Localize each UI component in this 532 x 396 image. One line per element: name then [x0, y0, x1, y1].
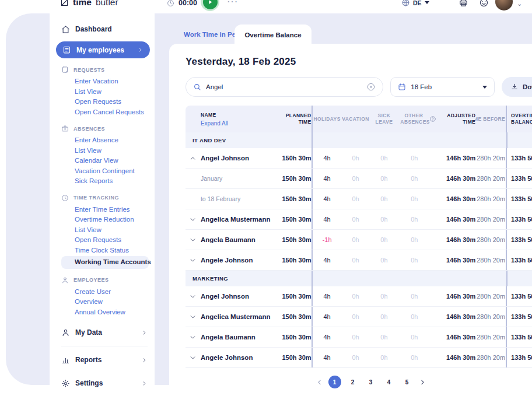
pagination-page-1[interactable]: 1: [328, 376, 341, 388]
overtime-balance-value: 133h 50m: [511, 354, 532, 361]
date-filter-select[interactable]: 18 Feb: [390, 77, 495, 97]
row-expander[interactable]: [186, 286, 201, 306]
employee-name: Angele Johnson: [201, 348, 273, 367]
time-before: 280h 20m: [475, 307, 506, 327]
group-label: MARKETING: [186, 271, 312, 286]
sidebar-link-enter-absence[interactable]: Enter Absence: [61, 135, 148, 146]
clear-search-icon[interactable]: [366, 82, 376, 92]
vacation-value: 0h: [352, 195, 359, 202]
vacation-value: 0h: [352, 293, 359, 300]
table-group-row: IT AND DEV: [186, 132, 532, 148]
feedback-smiley-icon[interactable]: [479, 0, 489, 8]
row-expander[interactable]: [186, 327, 201, 347]
sidebar-link-working-time-accounts[interactable]: Working Time Accounts: [61, 256, 149, 269]
row-expander[interactable]: [186, 209, 201, 229]
sick-leave: 0h: [369, 230, 398, 250]
table-row: Angelica Mustermann150h 30m4h0h0h0h146h …: [186, 307, 532, 327]
start-timer-button[interactable]: [201, 0, 219, 11]
adjusted-time-value: 146h 30m: [446, 155, 475, 162]
expand-all-link[interactable]: Expand All: [201, 120, 228, 127]
overtime-balance: 133h 50m: [507, 189, 532, 209]
help-icon[interactable]: [429, 115, 436, 122]
user-avatar[interactable]: [495, 0, 513, 10]
sidebar-link-enter-time-entries[interactable]: Enter Time Entries: [61, 205, 148, 215]
planned-time: 150h 30m: [273, 327, 312, 347]
sidebar-link-open-requests[interactable]: Open Requests: [61, 235, 148, 246]
employee-name: Angel Johnson: [201, 148, 273, 168]
holidays-value: 4h: [323, 313, 330, 320]
sidebar-link-open-cancel-requests[interactable]: Open Cancel Requests: [61, 107, 148, 118]
sidebar-link-overtime-reduction[interactable]: Overtime Reduction: [61, 215, 148, 225]
sidebar-section-absences: ABSENCES: [61, 125, 148, 132]
other-absences: 0h: [398, 169, 430, 188]
row-expander[interactable]: [186, 148, 201, 168]
sidebar-link-time-clock-status[interactable]: Time Clock Status: [61, 246, 148, 256]
search-field[interactable]: [186, 77, 383, 97]
overtime-balance-value: 133h 50m: [511, 155, 532, 162]
row-expander[interactable]: [186, 250, 201, 270]
planned-time-value: 150h 30m: [282, 155, 311, 162]
adjusted-time: 146h 30m: [430, 209, 475, 229]
time-before: 280h 20m: [475, 209, 506, 229]
sidebar-link-list-view[interactable]: List View: [61, 146, 148, 156]
search-input[interactable]: [206, 83, 362, 90]
pagination-next-icon[interactable]: [419, 379, 426, 386]
vacation-value: 0h: [352, 155, 359, 162]
sidebar-link-vacation-contingent[interactable]: Vacation Contingent: [61, 166, 148, 177]
sidebar-item-label: My Data: [75, 328, 136, 337]
chevron-right-icon: [137, 47, 144, 53]
caret-down-icon: [482, 86, 487, 89]
table-row: Angela Baumann150h 30m4h0h0h0h146h 30m28…: [186, 327, 532, 348]
row-expander[interactable]: [186, 348, 201, 367]
sidebar-link-list-view[interactable]: List View: [61, 87, 148, 97]
pagination-page-2[interactable]: 2: [346, 376, 359, 388]
sidebar-item-reports[interactable]: Reports: [61, 352, 148, 368]
sidebar-link-open-requests[interactable]: Open Requests: [61, 97, 148, 107]
sidebar-link-sick-reports[interactable]: Sick Reports: [61, 176, 148, 187]
sidebar-link-create-user[interactable]: Create User: [61, 287, 148, 297]
overtime-balance: 133h 50m: [507, 230, 532, 250]
pagination-page-4[interactable]: 4: [383, 376, 396, 388]
clock-icon: [61, 194, 69, 202]
sidebar-item-dashboard[interactable]: Dashboard: [61, 21, 148, 37]
vacation-value: 0h: [352, 236, 359, 243]
language-selector[interactable]: DE: [401, 0, 429, 7]
holidays-value: 4h: [323, 175, 330, 182]
sidebar-link-enter-vacation[interactable]: Enter Vacation: [61, 76, 148, 87]
date-filter-value: 18 Feb: [411, 83, 478, 90]
sick-leave-value: 0h: [380, 175, 387, 182]
sidebar-link-overview[interactable]: Overview: [61, 297, 148, 307]
sidebar-section-employees: EMPLOYEES: [61, 276, 148, 284]
subrow-label: to 18 February: [201, 189, 273, 209]
adjusted-time-value: 146h 30m: [446, 257, 475, 264]
sidebar: Dashboard My employees REQUESTSEnter Vac…: [50, 0, 155, 396]
sick-leave: 0h: [369, 327, 398, 347]
sidebar-item-settings[interactable]: Settings: [61, 375, 148, 391]
employee-name: Angelica Mustermann: [201, 307, 273, 327]
gear-icon: [61, 379, 70, 388]
sidebar-item-my-data[interactable]: My Data: [61, 324, 148, 341]
planned-time: 150h 30m: [273, 148, 312, 168]
row-expander[interactable]: [186, 230, 201, 250]
vacation: 0h: [342, 209, 370, 229]
print-icon[interactable]: [459, 0, 468, 8]
row-expander[interactable]: [186, 307, 201, 327]
adjusted-time: 146h 30m: [430, 148, 475, 168]
sick-leave: 0h: [369, 148, 398, 168]
sidebar-link-annual-overview[interactable]: Annual Overview: [61, 307, 148, 318]
download-button[interactable]: Download: [502, 77, 532, 97]
vacation: 0h: [342, 348, 370, 367]
pagination-page-3[interactable]: 3: [365, 376, 377, 388]
overtime-balance-value: 133h 50m: [511, 195, 532, 202]
adjusted-time: 146h 30m: [430, 189, 475, 209]
planned-time-value: 150h 30m: [282, 236, 311, 243]
sidebar-item-my-employees[interactable]: My employees: [56, 41, 150, 58]
tab-overtime-balance[interactable]: Overtime Balance: [235, 24, 312, 45]
pagination-page-5[interactable]: 5: [401, 376, 414, 388]
employee-name-text: Angelica Mustermann: [201, 216, 271, 223]
sidebar-link-list-view[interactable]: List View: [61, 225, 148, 236]
overflow-menu-button[interactable]: ···: [228, 0, 239, 6]
vacation: 0h: [342, 307, 370, 327]
sidebar-link-calendar-view[interactable]: Calendar View: [61, 156, 148, 166]
pagination-prev-icon[interactable]: [316, 379, 323, 386]
